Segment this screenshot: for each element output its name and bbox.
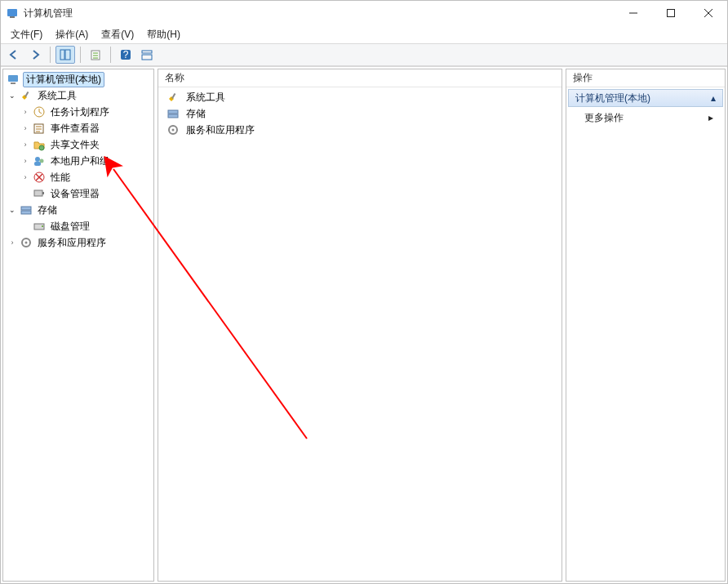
tree-label: 服务和应用程序	[36, 236, 108, 250]
svg-rect-0	[7, 9, 17, 16]
minimize-button[interactable]	[615, 1, 652, 25]
tree-label: 性能	[49, 171, 72, 185]
column-label: 名称	[165, 71, 184, 85]
properties-button[interactable]	[86, 46, 105, 64]
close-button[interactable]	[690, 1, 727, 25]
tree-performance[interactable]: › 性能	[3, 169, 153, 185]
forward-button[interactable]	[25, 46, 45, 64]
tree-sys-tools[interactable]: ⌄ 系统工具	[3, 87, 153, 104]
window-controls	[615, 1, 727, 25]
window-title: 计算机管理	[24, 7, 73, 20]
content-area: 计算机管理(本地) ⌄ 系统工具 › 任务计划程序 ›	[1, 66, 727, 583]
tree-label: 事件查看器	[49, 122, 101, 136]
svg-rect-32	[168, 110, 178, 114]
actions-header: 操作	[566, 69, 725, 87]
tree-local-users[interactable]: › 本地用户和组	[3, 153, 153, 169]
tree-label: 共享文件夹	[49, 138, 101, 152]
list-item-label: 服务和应用程序	[186, 123, 255, 137]
toolbar-separator	[80, 47, 81, 63]
show-tree-button[interactable]	[55, 46, 75, 64]
menu-action[interactable]: 操作(A)	[51, 26, 93, 43]
chevron-right-icon: ▸	[708, 112, 713, 123]
menu-help[interactable]: 帮助(H)	[142, 26, 185, 43]
minimize-icon	[629, 9, 637, 17]
svg-rect-14	[11, 82, 16, 84]
event-log-icon	[33, 122, 46, 135]
actions-pane-icon	[141, 49, 153, 60]
svg-rect-23	[34, 190, 42, 196]
maximize-icon	[667, 9, 675, 17]
svg-rect-24	[42, 192, 44, 194]
close-icon	[704, 9, 712, 17]
services-icon	[166, 123, 180, 136]
tree-device-manager[interactable]: 设备管理器	[3, 185, 153, 202]
tree-root[interactable]: 计算机管理(本地)	[3, 71, 153, 87]
svg-rect-21	[34, 162, 41, 166]
expand-toggle[interactable]: ⌄	[7, 90, 18, 101]
tree-label: 计算机管理(本地)	[23, 72, 104, 87]
services-icon	[20, 236, 33, 249]
tree-label: 存储	[36, 203, 59, 217]
tree-pane: 计算机管理(本地) ⌄ 系统工具 › 任务计划程序 ›	[2, 69, 154, 582]
column-header-name[interactable]: 名称	[158, 69, 562, 87]
tree-services-apps[interactable]: › 服务和应用程序	[3, 234, 153, 251]
toolbar-separator	[50, 47, 51, 63]
app-icon	[6, 7, 19, 20]
list-item[interactable]: 系统工具	[162, 89, 558, 105]
action-more[interactable]: 更多操作 ▸	[566, 109, 725, 127]
collapse-icon: ▴	[711, 92, 716, 104]
titlebar: 计算机管理	[1, 1, 727, 25]
expand-toggle[interactable]: ›	[20, 155, 31, 167]
tree-disk-mgmt[interactable]: 磁盘管理	[3, 218, 153, 234]
maximize-button[interactable]	[652, 1, 690, 25]
shared-folder-icon	[33, 138, 46, 151]
svg-point-30	[25, 242, 28, 244]
svg-rect-11	[142, 51, 152, 53]
back-button[interactable]	[4, 46, 24, 64]
actions-section[interactable]: 计算机管理(本地) ▴	[568, 89, 723, 107]
tree-label: 磁盘管理	[49, 220, 91, 234]
expand-toggle[interactable]: ›	[20, 139, 31, 150]
tree-label: 系统工具	[36, 89, 78, 103]
show-actions-button[interactable]	[137, 46, 157, 64]
menu-view[interactable]: 查看(V)	[96, 26, 139, 43]
list-item-label: 存储	[186, 107, 206, 121]
tree-label: 本地用户和组	[49, 154, 111, 168]
expand-toggle[interactable]: ›	[20, 106, 31, 118]
svg-rect-25	[21, 207, 31, 210]
list-item[interactable]: 服务和应用程序	[162, 122, 558, 138]
clock-icon	[33, 105, 46, 118]
expand-toggle[interactable]: ⌄	[7, 204, 18, 216]
actions-section-label: 计算机管理(本地)	[575, 91, 650, 105]
tree-shared-folders[interactable]: › 共享文件夹	[3, 136, 153, 153]
menu-file[interactable]: 文件(F)	[6, 26, 47, 43]
svg-rect-15	[24, 91, 29, 97]
tools-icon	[166, 91, 180, 104]
tree-storage[interactable]: ⌄ 存储	[3, 202, 153, 218]
svg-rect-7	[65, 50, 70, 60]
storage-icon	[20, 203, 33, 216]
tree-event-viewer[interactable]: › 事件查看器	[3, 120, 153, 136]
svg-rect-26	[21, 211, 31, 214]
svg-rect-33	[168, 114, 178, 118]
svg-rect-6	[60, 50, 64, 60]
expand-toggle[interactable]: ›	[7, 237, 18, 248]
computer-icon	[7, 73, 20, 86]
arrow-right-icon	[29, 49, 41, 60]
svg-point-19	[35, 157, 40, 162]
expand-toggle[interactable]: ›	[20, 172, 31, 183]
expand-toggle[interactable]: ›	[20, 123, 31, 134]
svg-point-18	[39, 145, 44, 150]
help-button[interactable]: ?	[116, 46, 135, 64]
disk-icon	[33, 220, 46, 233]
tree-pane-icon	[60, 49, 71, 60]
list-item[interactable]: 存储	[162, 105, 558, 122]
svg-rect-13	[8, 75, 18, 82]
list-items: 系统工具 存储 服务和应用程序	[158, 87, 562, 140]
actions-header-label: 操作	[573, 71, 593, 85]
tree-task-scheduler[interactable]: › 任务计划程序	[3, 104, 153, 120]
storage-icon	[166, 107, 180, 120]
performance-icon	[33, 171, 46, 184]
svg-rect-1	[10, 16, 15, 18]
svg-text:?: ?	[123, 49, 129, 60]
